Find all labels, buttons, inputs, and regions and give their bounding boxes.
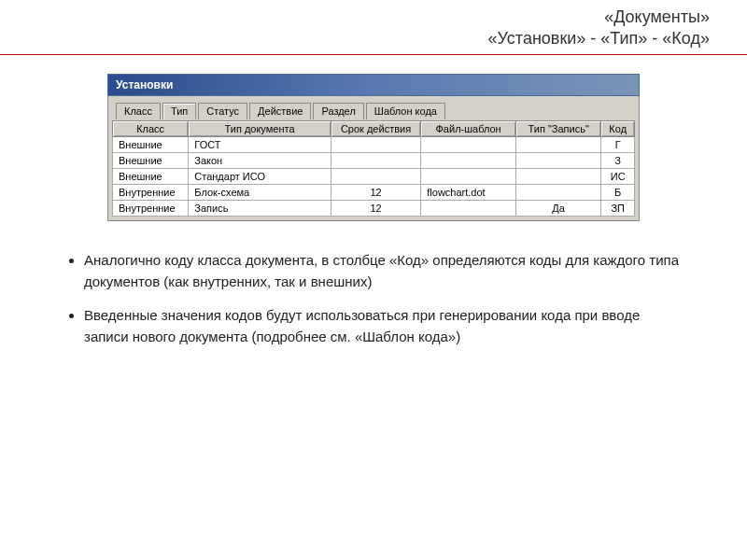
table-cell[interactable] [331,137,421,153]
table-cell[interactable]: Внутренние [113,185,189,201]
column-header[interactable]: Тип документа [189,121,331,137]
table-cell[interactable]: Закон [189,153,331,169]
window-title: Установки [116,78,173,91]
table-cell[interactable]: Б [601,185,635,201]
description-bullets: Аналогично коду класса документа, в стол… [65,249,682,347]
table-cell[interactable] [515,137,600,153]
data-table: КлассТип документаСрок действияФайл-шабл… [112,120,635,217]
table-cell[interactable]: Г [601,137,635,153]
column-header[interactable]: Класс [113,121,189,137]
bullet-item: Введенные значения кодов будут использов… [84,304,682,348]
tab-Статус[interactable]: Статус [198,103,247,119]
table-cell[interactable] [421,169,516,185]
table-cell[interactable] [331,169,421,185]
window-body: КлассТипСтатусДействиеРазделШаблон кода … [107,96,640,221]
tab-Класс[interactable]: Класс [116,103,161,119]
table-cell[interactable]: ГОСТ [189,137,331,153]
table-body: ВнешниеГОСТГВнешниеЗаконЗВнешниеСтандарт… [113,137,635,217]
table-cell[interactable]: Внутренние [113,201,189,217]
table-cell[interactable]: Стандарт ИСО [189,169,331,185]
table-cell[interactable] [331,153,421,169]
tab-Шаблон кода[interactable]: Шаблон кода [366,103,445,119]
table-cell[interactable]: 12 [331,201,421,217]
table-cell[interactable] [421,201,516,217]
table-row[interactable]: ВнешниеЗаконЗ [113,153,635,169]
table-cell[interactable] [515,153,600,169]
slide-header: «Документы» «Установки» - «Тип» - «Код» [0,0,747,55]
bullet-item: Аналогично коду класса документа, в стол… [84,249,682,293]
column-header[interactable]: Срок действия [331,121,421,137]
table-cell[interactable] [515,185,600,201]
tab-Тип[interactable]: Тип [162,103,196,119]
table-cell[interactable] [421,153,516,169]
table-cell[interactable] [421,137,516,153]
table-row[interactable]: ВнутренниеЗапись12ДаЗП [113,201,635,217]
table-cell[interactable]: ЗП [601,201,635,217]
column-header[interactable]: Код [601,121,635,137]
column-header[interactable]: Файл-шаблон [421,121,516,137]
table-row[interactable]: ВнешниеСтандарт ИСОИС [113,169,635,185]
table-cell[interactable] [515,169,600,185]
table-cell[interactable]: Внешние [113,169,189,185]
column-header[interactable]: Тип "Запись" [515,121,600,137]
table-cell[interactable]: Внешние [113,153,189,169]
tab-Раздел[interactable]: Раздел [313,103,363,119]
table-header-row: КлассТип документаСрок действияФайл-шабл… [113,121,635,137]
table-cell[interactable]: Да [515,201,600,217]
bullet-list: Аналогично коду класса документа, в стол… [65,249,682,347]
header-line-1: «Документы» [0,7,710,27]
table-cell[interactable]: Запись [189,201,331,217]
table-cell[interactable]: З [601,153,635,169]
dialog-window: Установки КлассТипСтатусДействиеРазделШа… [107,74,640,221]
table-cell[interactable]: 12 [331,185,421,201]
table-cell[interactable]: flowchart.dot [421,185,516,201]
table-cell[interactable]: Внешние [113,137,189,153]
table-cell[interactable]: Блок-схема [189,185,331,201]
tab-strip: КлассТипСтатусДействиеРазделШаблон кода [112,102,635,119]
table-row[interactable]: ВнешниеГОСТГ [113,137,635,153]
tab-Действие[interactable]: Действие [249,103,311,119]
window-titlebar: Установки [107,74,640,96]
header-line-2: «Установки» - «Тип» - «Код» [0,29,710,49]
table-cell[interactable]: ИС [601,169,635,185]
table-row[interactable]: ВнутренниеБлок-схема12flowchart.dotБ [113,185,635,201]
